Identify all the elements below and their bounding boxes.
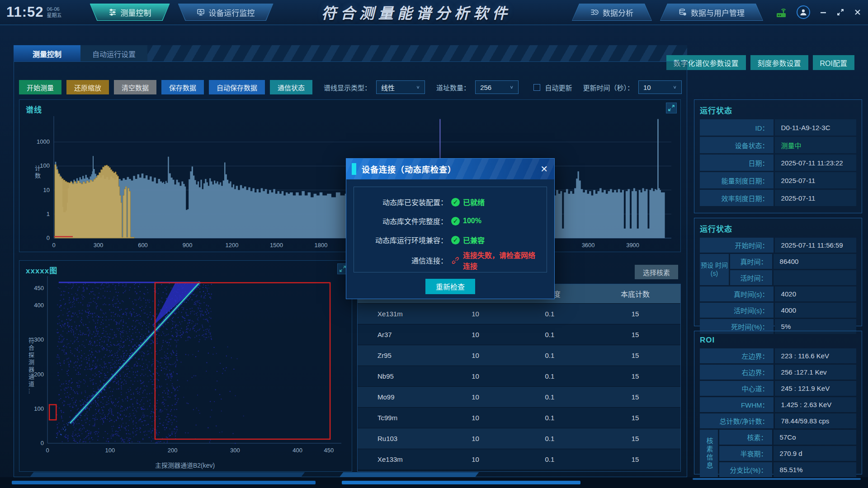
- col-header-background-counts: 本底计数: [590, 288, 680, 299]
- roi-config-button[interactable]: ROI配置: [813, 55, 854, 70]
- top-bar: 11:52 06-06 星期五 测量控制 设备运行监控 符合测量能谱分析软件 数…: [0, 0, 868, 25]
- check-row-installed: 动态库已安装配置： ✓ 已就绪: [359, 192, 542, 211]
- tab-auto-run-settings[interactable]: 自动运行设置: [80, 45, 147, 62]
- update-interval-value: 10: [643, 84, 651, 91]
- minimize-button[interactable]: [819, 8, 827, 16]
- svg-text:450: 450: [324, 447, 334, 454]
- channel-count-label: 道址数量：: [436, 83, 470, 92]
- nuclide-info-group: 核素信息 核素： 57Co 半衰期： 270.9 d 分支比(%)： 85.51…: [700, 430, 856, 477]
- config-buttons: 数字化谱仪参数设置 刻度参数设置 ROI配置: [666, 55, 854, 70]
- title-accent-bar: [352, 163, 356, 175]
- recheck-button[interactable]: 重新检查: [425, 279, 475, 294]
- table-row[interactable]: Nb95100.115: [358, 366, 680, 386]
- sliders-icon: [108, 8, 117, 16]
- nav-data-analysis[interactable]: 数据分析: [572, 4, 652, 21]
- roi-row-right-bound: 右边界：256 :127.1 Kev: [700, 365, 856, 380]
- tab-measure-control[interactable]: 测量控制: [14, 45, 80, 62]
- svg-text:3600: 3600: [582, 242, 595, 249]
- start-measure-button[interactable]: 开始测量: [19, 80, 61, 94]
- table-row[interactable]: Zr95100.115: [358, 345, 680, 366]
- scatter-chart[interactable]: 01002003004004500100200300400450: [21, 273, 350, 461]
- nav-right: 数据分析 数据与用户管理: [572, 4, 763, 21]
- run-status-panel-2: 运行状态 开始时间：2025-07-11 11:56:59 预设 时间(s) 真…: [694, 218, 862, 326]
- user-avatar[interactable]: [797, 5, 810, 19]
- status-row-energy-cal: 能量刻度日期：2025-07-11: [700, 172, 856, 188]
- panel-title: ROI: [700, 336, 856, 345]
- nav-data-user-management[interactable]: 数据与用户管理: [660, 4, 763, 21]
- nav-device-monitor[interactable]: 设备运行监控: [178, 4, 274, 21]
- table-row[interactable]: Ar37100.115: [358, 324, 680, 345]
- system-icons: [775, 5, 862, 19]
- analysis-clock-icon: [590, 8, 599, 16]
- auto-save-button[interactable]: 自动保存数据: [209, 80, 265, 94]
- nuclide-info-label: 核素信息: [700, 430, 718, 477]
- check-row-compat: 动态库运行环境兼容： ✓ 已兼容: [359, 230, 542, 249]
- reset-zoom-button[interactable]: 还原缩放: [66, 80, 109, 94]
- status-row-device-state: 设备状态：测量中: [700, 137, 856, 153]
- chevron-down-icon: ∨: [416, 84, 420, 89]
- save-data-button[interactable]: 保存数据: [161, 80, 204, 94]
- table-row[interactable]: Xe133m100.115: [358, 449, 680, 469]
- svg-text:0: 0: [52, 242, 55, 249]
- expand-icon: [668, 105, 675, 111]
- close-button[interactable]: [854, 8, 862, 16]
- svg-text:0: 0: [47, 235, 50, 241]
- clock-date: 06-06: [47, 6, 60, 12]
- table-row[interactable]: Xe131m100.115: [358, 303, 680, 324]
- check-row-integrity: 动态库文件完整度： ✓ 100%: [359, 211, 542, 230]
- svg-text:100: 100: [105, 447, 115, 454]
- channel-count-select[interactable]: 256 ∨: [475, 80, 519, 94]
- footer-bar: [0, 477, 868, 488]
- table-row[interactable]: Ru103100.115: [358, 428, 680, 449]
- nav-measure-control[interactable]: 测量控制: [90, 4, 170, 21]
- dialog-body: 动态库已安装配置： ✓ 已就绪 动态库文件完整度： ✓ 100% 动态库运行环境…: [346, 179, 554, 294]
- dialog-title-bar: 设备连接（动态库检查） ✕: [346, 159, 554, 179]
- check-row-connection: 通信连接： 连接失败，请检查网络连接: [359, 249, 542, 268]
- comm-status-button[interactable]: 通信状态: [270, 80, 312, 94]
- svg-text:1200: 1200: [226, 242, 239, 249]
- chevron-down-icon: ∨: [673, 84, 677, 89]
- status-row-date: 日期：2025-07-11 11:23:22: [700, 155, 856, 171]
- table-row[interactable]: Mo99100.115: [358, 386, 680, 407]
- svg-text:100: 100: [40, 162, 50, 169]
- device-connect-dialog: 设备连接（动态库检查） ✕ 动态库已安装配置： ✓ 已就绪 动态库文件完整度： …: [346, 158, 555, 299]
- channel-count-value: 256: [480, 84, 491, 91]
- auto-update-checkbox[interactable]: [533, 84, 540, 91]
- footer-segment: [342, 481, 580, 484]
- table-row[interactable]: Tc99m100.115: [358, 407, 680, 428]
- spectrum-expand-button[interactable]: [666, 103, 677, 113]
- svg-text:1800: 1800: [315, 242, 328, 249]
- status-row-id: ID：D0-11-A9-12-3C: [700, 119, 856, 136]
- display-type-label: 谱线显示类型：: [324, 83, 371, 92]
- check-ok-icon: ✓: [451, 236, 460, 244]
- update-interval-select[interactable]: 10 ∨: [638, 80, 682, 94]
- dialog-title: 设备连接（动态库检查）: [362, 163, 456, 175]
- status-row-live-time: 活时间(s)：4000: [700, 303, 856, 318]
- roi-row-counts: 总计数/净计数：78.44/59.83 cps: [700, 413, 856, 428]
- broken-link-icon: [451, 256, 460, 265]
- scatter-x-axis-label: 主探测器通道B2(kev): [155, 460, 215, 469]
- nav-label: 数据与用户管理: [691, 7, 745, 18]
- status-row-efficiency-cal: 效率刻度日期：2025-07-11: [700, 190, 856, 206]
- calibration-params-button[interactable]: 刻度参数设置: [750, 55, 808, 70]
- spectrum-panel-title: 谱线: [26, 103, 42, 115]
- clear-data-button[interactable]: 清空数据: [114, 80, 156, 94]
- svg-text:0: 0: [46, 447, 49, 454]
- svg-text:10: 10: [43, 187, 50, 193]
- maximize-icon: [836, 8, 844, 16]
- display-type-select[interactable]: 线性 ∨: [376, 80, 425, 94]
- dialog-close-button[interactable]: ✕: [540, 164, 548, 174]
- svg-text:600: 600: [138, 242, 148, 249]
- clock-weekday: 星期五: [47, 13, 62, 18]
- check-list: 动态库已安装配置： ✓ 已就绪 动态库文件完整度： ✓ 100% 动态库运行环境…: [354, 187, 547, 272]
- network-device-icon[interactable]: [775, 6, 788, 19]
- nav-label: 设备运行监控: [209, 7, 255, 18]
- app-title: 符合测量能谱分析软件: [274, 1, 559, 23]
- select-nuclide-button[interactable]: 选择核素: [635, 265, 678, 279]
- clock-time: 11:52: [6, 4, 44, 20]
- svg-text:400: 400: [292, 447, 302, 454]
- svg-text:900: 900: [183, 242, 193, 249]
- status-row-start-time: 开始时间：2025-07-11 11:56:59: [700, 238, 856, 253]
- maximize-button[interactable]: [836, 8, 844, 16]
- panel-title: 运行状态: [700, 104, 856, 116]
